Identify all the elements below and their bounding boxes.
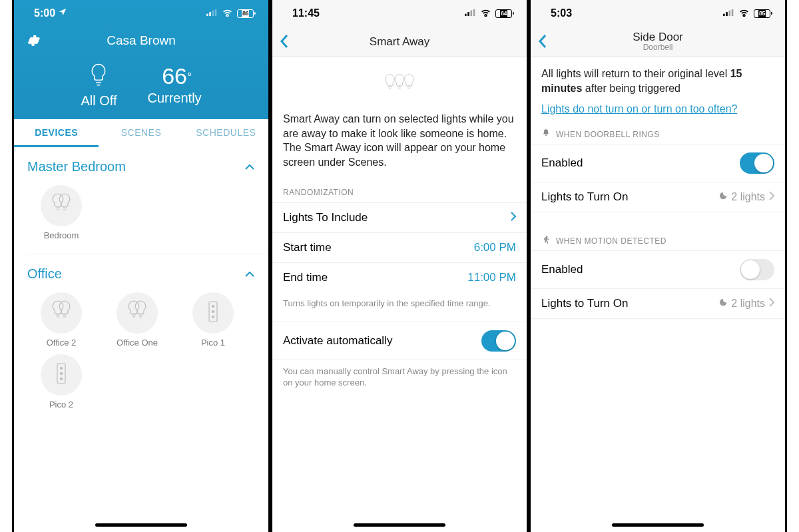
svg-point-7 xyxy=(212,316,214,318)
svg-point-11 xyxy=(61,378,63,380)
remote-icon xyxy=(51,361,72,389)
device-bedroom[interactable]: Bedroom xyxy=(33,185,90,240)
motion-enabled-toggle[interactable] xyxy=(740,259,774,280)
all-off-button[interactable]: All Off xyxy=(81,63,117,109)
svg-rect-3 xyxy=(215,9,217,16)
section-header-doorbell: WHEN DOORBELL RINGS xyxy=(531,115,670,144)
device-pico-2[interactable]: Pico 2 xyxy=(33,354,90,409)
settings-gear-icon[interactable] xyxy=(26,33,41,51)
row-activate-auto[interactable]: Activate automatically xyxy=(272,322,527,360)
status-bar: 5:03 85 xyxy=(531,0,785,27)
row-doorbell-enabled[interactable]: Enabled xyxy=(531,144,785,182)
lights-icon xyxy=(51,192,72,220)
battery-icon: 86 xyxy=(237,9,254,18)
top-explanation: All lights will return to their original… xyxy=(531,57,785,99)
faq-link[interactable]: Lights do not turn on or turn on too oft… xyxy=(531,99,748,115)
status-indicators: 85 xyxy=(723,7,770,19)
home-name[interactable]: Casa Brown xyxy=(107,33,176,48)
row-start-time[interactable]: Start time 6:00 PM xyxy=(272,232,527,262)
back-button[interactable] xyxy=(279,33,290,52)
svg-rect-1 xyxy=(209,12,211,16)
home-indicator[interactable] xyxy=(354,523,445,527)
svg-rect-13 xyxy=(467,12,469,16)
row-end-time[interactable]: End time 11:00 PM xyxy=(272,262,527,292)
screen-side-door: 5:03 85 Side Door Doorbell All lights wi… xyxy=(529,0,787,532)
svg-rect-19 xyxy=(732,9,734,16)
activate-footer: You can manually control Smart Away by p… xyxy=(272,360,527,389)
room-header-office[interactable]: Office xyxy=(14,254,268,286)
smart-away-description: Smart Away can turn on selected lights w… xyxy=(272,103,527,173)
wifi-icon xyxy=(222,7,233,19)
section-footer: Turns lights on temporarily in the speci… xyxy=(272,292,527,310)
doorbell-enabled-toggle[interactable] xyxy=(740,152,774,174)
motion-icon xyxy=(541,235,551,246)
wifi-icon xyxy=(738,7,750,19)
nav-subtitle: Doorbell xyxy=(643,43,673,53)
temperature[interactable]: 66° Currently xyxy=(147,63,201,109)
chevron-up-icon xyxy=(244,268,255,280)
wifi-icon xyxy=(480,7,491,19)
bulb-icon xyxy=(89,80,109,91)
device-pico-1[interactable]: Pico 1 xyxy=(184,292,242,348)
nav-title: Smart Away xyxy=(370,35,429,49)
nav-bar: Smart Away xyxy=(272,27,527,57)
svg-point-6 xyxy=(212,311,214,313)
screen-home: 5:00 86 Casa Brown All Off 66° Currently xyxy=(12,0,270,532)
svg-rect-14 xyxy=(471,11,473,17)
svg-point-10 xyxy=(61,373,63,375)
status-bar: 11:45 64 xyxy=(272,0,527,27)
summary-row: All Off 66° Currently xyxy=(14,63,268,109)
tab-schedules[interactable]: SCHEDULES xyxy=(184,119,268,147)
svg-rect-12 xyxy=(465,14,467,16)
signal-icon xyxy=(723,7,734,19)
header: 5:00 86 Casa Brown All Off 66° Currently xyxy=(14,0,268,119)
nav-title: Side Door xyxy=(633,31,683,44)
row-motion-enabled[interactable]: Enabled xyxy=(531,250,785,288)
row-motion-lights[interactable]: Lights to Turn On 2 lights xyxy=(531,288,785,319)
battery-icon: 64 xyxy=(495,9,512,18)
section-header-randomization: RANDOMIZATION xyxy=(272,173,527,202)
svg-rect-2 xyxy=(212,11,214,17)
smart-away-icon xyxy=(272,57,527,103)
tab-devices[interactable]: DEVICES xyxy=(14,119,99,147)
bell-icon xyxy=(541,129,551,140)
row-lights-include[interactable]: Lights To Include xyxy=(272,202,527,232)
room-header-master-bedroom[interactable]: Master Bedroom xyxy=(14,147,268,178)
location-arrow-icon xyxy=(58,7,67,19)
activate-toggle[interactable] xyxy=(481,330,516,352)
signal-icon xyxy=(465,7,476,19)
status-time: 11:45 xyxy=(292,7,320,19)
chevron-up-icon xyxy=(244,161,255,173)
status-time: 5:03 xyxy=(551,7,572,19)
remote-icon xyxy=(202,299,224,327)
home-indicator[interactable] xyxy=(612,523,704,527)
lights-icon xyxy=(127,299,148,327)
svg-rect-18 xyxy=(729,11,731,17)
home-indicator[interactable] xyxy=(95,523,187,527)
svg-rect-17 xyxy=(726,12,728,16)
row-doorbell-lights[interactable]: Lights to Turn On 2 lights xyxy=(531,182,785,212)
nav-bar: Side Door Doorbell xyxy=(531,27,785,57)
status-indicators: 86 xyxy=(206,7,254,19)
status-indicators: 64 xyxy=(465,7,512,19)
chevron-right-icon xyxy=(511,211,516,224)
svg-rect-15 xyxy=(473,9,475,16)
tabs: DEVICES SCENES SCHEDULES xyxy=(14,119,268,147)
moon-icon xyxy=(718,298,727,310)
lights-icon xyxy=(51,299,72,327)
svg-rect-0 xyxy=(206,14,208,16)
status-bar: 5:00 86 xyxy=(14,0,268,27)
device-office-one[interactable]: Office One xyxy=(109,292,166,348)
section-header-motion: WHEN MOTION DETECTED xyxy=(531,212,677,250)
chevron-right-icon xyxy=(769,191,774,203)
status-time: 5:00 xyxy=(34,7,67,19)
device-office-2[interactable]: Office 2 xyxy=(33,292,90,348)
back-button[interactable] xyxy=(537,33,548,52)
svg-point-9 xyxy=(61,368,63,370)
svg-rect-16 xyxy=(723,14,725,16)
svg-point-5 xyxy=(212,306,214,308)
screen-smart-away: 11:45 64 Smart Away Smart Away can turn … xyxy=(270,0,529,532)
tab-scenes[interactable]: SCENES xyxy=(99,119,183,147)
battery-icon: 85 xyxy=(754,9,770,18)
moon-icon xyxy=(718,191,727,203)
